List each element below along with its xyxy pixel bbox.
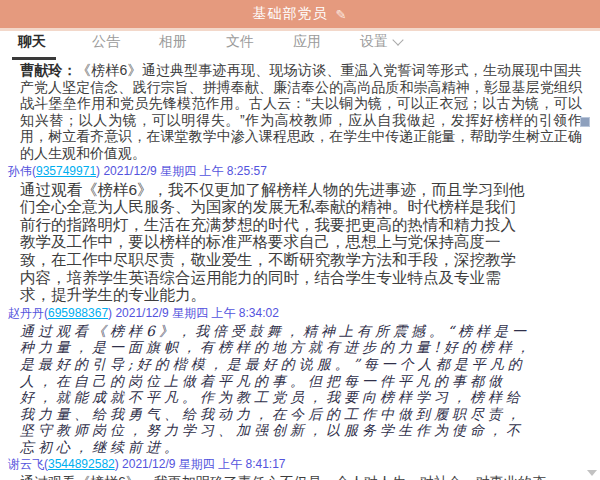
- sender-name: 孙伟: [8, 164, 32, 178]
- message-text: 通过观看《榜样6》，我更加明确了责任心不仅是一个人对人生、对社会、对事业的态: [20, 474, 582, 480]
- sender-name: 赵丹丹: [8, 306, 44, 320]
- tab-文件[interactable]: 文件: [223, 27, 257, 60]
- tab-公告[interactable]: 公告: [89, 27, 123, 60]
- sender-qq-link[interactable]: 935749971: [36, 164, 96, 178]
- scrollbar-thumb[interactable]: [580, 117, 590, 127]
- chat-message-area[interactable]: 曹献玲：《榜样6》通过典型事迹再现、现场访谈、重温入党誓词等形式，生动展现中国共…: [0, 60, 600, 480]
- message-text: 曹献玲：《榜样6》通过典型事迹再现、现场访谈、重温入党誓词等形式，生动展现中国共…: [20, 62, 582, 162]
- message-list: 曹献玲：《榜样6》通过典型事迹再现、现场访谈、重温入党誓词等形式，生动展现中国共…: [20, 62, 582, 480]
- tab-label: 聊天: [18, 33, 46, 51]
- tab-label: 公告: [92, 33, 120, 51]
- message-text: 通过观看《榜样6》，我不仅更加了解榜样人物的先进事迹，而且学习到他们全心全意为人…: [20, 181, 528, 304]
- message-datetime: 2021/12/9 星期四 上午 8:34:02: [112, 306, 279, 320]
- message-text: 通过观看《榜样6》，我倍受鼓舞，精神上有所震撼。“榜样是一种力量，是一面旗帜，有…: [20, 323, 536, 456]
- group-title: 基础部党员: [253, 5, 328, 23]
- tab-应用[interactable]: 应用: [290, 27, 324, 60]
- message-datetime: 2021/12/9 星期四 上午 8:25:57: [100, 164, 267, 178]
- message-sender-line: 赵丹丹(695988367) 2021/12/9 星期四 上午 8:34:02: [8, 305, 582, 322]
- tab-bar: 聊天公告相册文件应用设置: [0, 31, 600, 60]
- group-chat-window: 基础部党员 ✎ 聊天公告相册文件应用设置 曹献玲：《榜样6》通过典型事迹再现、现…: [0, 0, 600, 480]
- tab-label: 应用: [293, 33, 321, 51]
- scrollbar-down-arrow-icon[interactable]: [587, 470, 597, 476]
- tab-label: 文件: [226, 33, 254, 51]
- message-sender-line: 谢云飞(3544892582) 2021/12/9 星期四 上午 8:41:17: [8, 456, 582, 473]
- sender-qq-link[interactable]: 3544892582: [48, 457, 115, 471]
- message-datetime: 2021/12/9 星期四 上午 8:41:17: [119, 457, 286, 471]
- message-sender-line: 孙伟(935749971) 2021/12/9 星期四 上午 8:25:57: [8, 163, 582, 180]
- sender-qq-link[interactable]: 695988367: [48, 306, 108, 320]
- edit-title-icon[interactable]: ✎: [336, 7, 348, 22]
- tab-聊天[interactable]: 聊天: [12, 27, 56, 60]
- tab-相册[interactable]: 相册: [156, 27, 190, 60]
- message-author-prefix: 曹献玲：: [20, 62, 77, 78]
- sender-name: 谢云飞: [8, 457, 44, 471]
- chevron-down-icon: [392, 34, 403, 45]
- tab-label: 相册: [159, 33, 187, 51]
- tab-label: 设置: [360, 33, 388, 51]
- tab-设置[interactable]: 设置: [357, 27, 405, 60]
